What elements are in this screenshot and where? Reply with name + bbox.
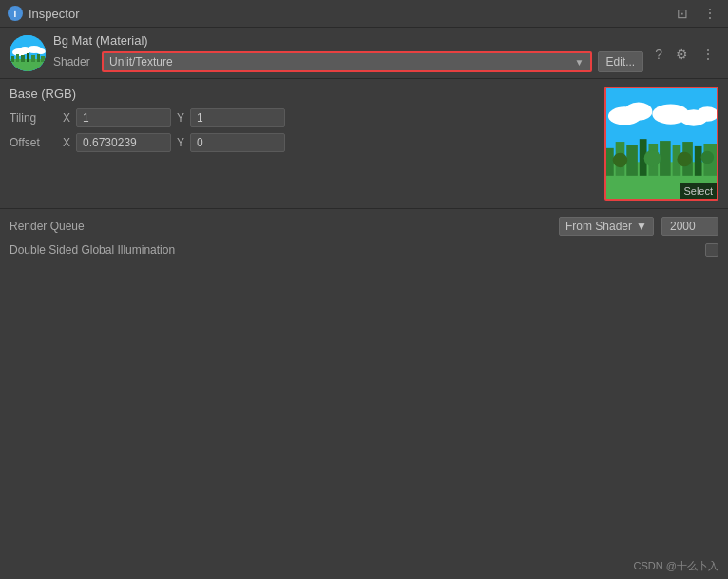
- base-section: Base (RGB) Tiling X 1 Y 1 Offset X 0.673…: [0, 79, 728, 208]
- svg-rect-8: [21, 55, 25, 62]
- render-queue-dropdown[interactable]: From Shader ▼: [559, 217, 654, 236]
- render-queue-value[interactable]: 2000: [661, 217, 718, 236]
- offset-y-input[interactable]: 0: [190, 133, 285, 152]
- offset-y-label: Y: [177, 136, 184, 149]
- inspector-titlebar: i Inspector ⊡ ⋮: [0, 0, 728, 28]
- offset-label: Offset: [10, 136, 57, 149]
- footer-text: CSDN @十么卜入: [634, 560, 718, 571]
- svg-rect-11: [37, 54, 40, 62]
- offset-row: Offset X 0.6730239 Y 0: [10, 133, 595, 152]
- offset-x-label: X: [63, 136, 70, 149]
- tiling-x-label: X: [63, 111, 70, 125]
- shader-value: Unlit/Texture: [109, 55, 173, 68]
- svg-point-15: [624, 103, 652, 121]
- inspector-menu-button[interactable]: ⋮: [699, 4, 720, 23]
- settings-icon[interactable]: ⚙: [672, 45, 692, 64]
- material-info: Bg Mat (Material) Shader Unlit/Texture ▼…: [53, 33, 643, 72]
- render-queue-dropdown-value: From Shader: [565, 220, 632, 233]
- footer: CSDN @十么卜入: [0, 553, 728, 579]
- tiling-x-input[interactable]: 1: [76, 108, 171, 127]
- shader-label: Shader: [53, 55, 96, 68]
- svg-rect-7: [16, 54, 19, 62]
- svg-point-30: [613, 153, 627, 167]
- bottom-section: Render Queue From Shader ▼ 2000 Double S…: [0, 208, 728, 272]
- chevron-down-icon: ▼: [575, 57, 584, 68]
- svg-point-5: [36, 48, 46, 54]
- texture-preview-image: [606, 88, 717, 199]
- help-icon[interactable]: ?: [651, 45, 666, 64]
- svg-rect-12: [41, 56, 45, 62]
- inspector-panel: i Inspector ⊡ ⋮: [0, 0, 728, 579]
- svg-rect-20: [606, 148, 614, 176]
- select-label[interactable]: Select: [680, 183, 717, 199]
- shader-row: Shader Unlit/Texture ▼ Edit...: [53, 51, 643, 72]
- tiling-label: Tiling: [10, 111, 57, 125]
- header-actions: ⊡ ⋮: [673, 4, 720, 23]
- double-sided-checkbox[interactable]: [705, 243, 718, 257]
- edit-button[interactable]: Edit...: [598, 51, 644, 72]
- info-icon: i: [8, 6, 23, 21]
- svg-rect-22: [626, 145, 638, 176]
- avatar: [10, 35, 46, 71]
- render-queue-row: Render Queue From Shader ▼ 2000: [10, 217, 718, 236]
- base-section-title: Base (RGB): [10, 87, 595, 101]
- svg-rect-10: [31, 55, 35, 62]
- restore-window-button[interactable]: ⊡: [673, 4, 692, 23]
- base-fields: Base (RGB) Tiling X 1 Y 1 Offset X 0.673…: [10, 87, 595, 158]
- offset-x-input[interactable]: 0.6730239: [76, 133, 171, 152]
- tiling-y-label: Y: [177, 111, 184, 125]
- svg-rect-9: [27, 53, 29, 62]
- svg-point-32: [677, 152, 691, 166]
- double-sided-label: Double Sided Global Illumination: [10, 243, 698, 257]
- svg-rect-6: [11, 56, 14, 62]
- material-name: Bg Mat (Material): [53, 33, 643, 48]
- svg-point-33: [701, 151, 715, 164]
- inspector-title: Inspector: [29, 7, 79, 21]
- render-queue-label: Render Queue: [10, 220, 551, 233]
- material-header: Bg Mat (Material) Shader Unlit/Texture ▼…: [0, 28, 728, 79]
- tiling-y-input[interactable]: 1: [190, 108, 285, 127]
- chevron-down-icon: ▼: [636, 220, 647, 233]
- material-header-actions: ? ⚙ ⋮: [651, 43, 718, 64]
- texture-preview-container[interactable]: Select: [604, 87, 718, 201]
- svg-rect-28: [695, 146, 702, 176]
- material-menu-button[interactable]: ⋮: [698, 45, 718, 64]
- double-sided-row: Double Sided Global Illumination: [10, 243, 718, 257]
- shader-dropdown[interactable]: Unlit/Texture ▼: [102, 51, 592, 72]
- svg-rect-25: [660, 141, 671, 176]
- inspector-label: i Inspector: [8, 6, 673, 21]
- tiling-row: Tiling X 1 Y 1: [10, 108, 595, 127]
- svg-point-31: [644, 150, 661, 166]
